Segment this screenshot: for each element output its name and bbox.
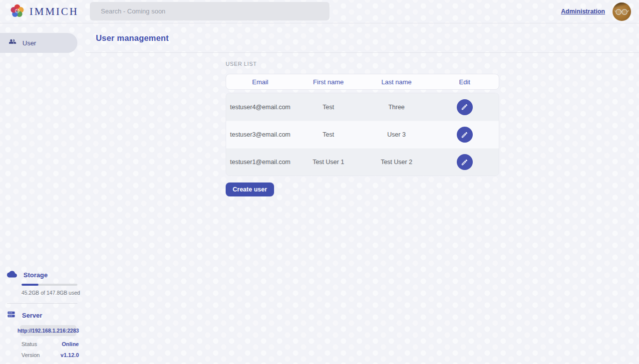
cloud-icon <box>7 270 17 280</box>
sidebar-item-label: User <box>22 39 36 47</box>
user-email-cell: testuser3@email.com <box>226 131 295 138</box>
storage-usage-text: 45.2GB of 147.8GB used <box>21 290 86 296</box>
storage-progress-fill <box>21 284 38 286</box>
title-bar: User management <box>86 23 639 53</box>
create-user-button[interactable]: Create user <box>226 182 274 196</box>
sidebar-bottom: Storage 45.2GB of 147.8GB used <box>0 270 86 364</box>
server-title: Server <box>22 312 42 319</box>
server-icon <box>7 310 15 321</box>
column-header-edit: Edit <box>431 78 499 86</box>
column-header-first-name: First name <box>295 78 363 86</box>
user-avatar[interactable] <box>613 2 631 21</box>
search-input[interactable] <box>90 2 329 20</box>
user-last-name-cell: User 3 <box>362 131 431 138</box>
pencil-icon <box>461 103 468 111</box>
edit-user-button[interactable] <box>457 99 473 115</box>
main-content: User management USER LIST Email First na… <box>86 23 639 364</box>
user-first-name-cell: Test <box>295 131 363 138</box>
user-list-label: USER LIST <box>226 61 639 67</box>
page-title: User management <box>96 33 169 43</box>
table-header-row: Email First name Last name Edit <box>226 74 499 90</box>
server-version-value: v1.12.0 <box>60 352 79 358</box>
storage-progress-bar <box>21 284 77 286</box>
server-status-label: Status <box>21 341 37 347</box>
sidebar-item-user[interactable]: User <box>0 33 77 53</box>
user-first-name-cell: Test User 1 <box>295 159 363 166</box>
app-logo[interactable]: IMMICH <box>0 2 79 21</box>
server-version-label: Version <box>21 352 40 358</box>
user-first-name-cell: Test <box>295 104 363 111</box>
user-email-cell: testuser1@email.com <box>226 159 295 166</box>
column-header-last-name: Last name <box>362 78 431 86</box>
storage-title: Storage <box>23 271 47 279</box>
users-icon <box>7 37 16 48</box>
sidebar-divider <box>7 303 77 304</box>
edit-user-button[interactable] <box>457 154 473 170</box>
user-last-name-cell: Three <box>362 104 431 111</box>
immich-flower-icon <box>9 2 25 21</box>
pencil-icon <box>461 159 468 166</box>
app-title: IMMICH <box>29 5 79 18</box>
table-row: testuser4@email.comTestThree <box>226 93 499 121</box>
server-status-value: Online <box>62 341 79 347</box>
search-bar[interactable] <box>90 2 329 20</box>
server-url-badge: http://192.168.1.216:2283 <box>20 325 76 336</box>
app-header: IMMICH Administration <box>0 0 639 23</box>
table-body: testuser4@email.comTestThreetestuser3@em… <box>226 93 499 176</box>
table-row: testuser1@email.comTest User 1Test User … <box>226 148 499 176</box>
edit-user-button[interactable] <box>457 127 473 143</box>
user-last-name-cell: Test User 2 <box>362 159 431 166</box>
table-row: testuser3@email.comTestUser 3 <box>226 121 499 148</box>
administration-link[interactable]: Administration <box>561 8 605 15</box>
pencil-icon <box>461 131 468 139</box>
column-header-email: Email <box>226 78 295 86</box>
sidebar: User Storage 45.2GB of 147.8GB used <box>0 23 86 364</box>
user-email-cell: testuser4@email.com <box>226 104 295 111</box>
user-table: Email First name Last name Edit testuser… <box>226 74 499 176</box>
